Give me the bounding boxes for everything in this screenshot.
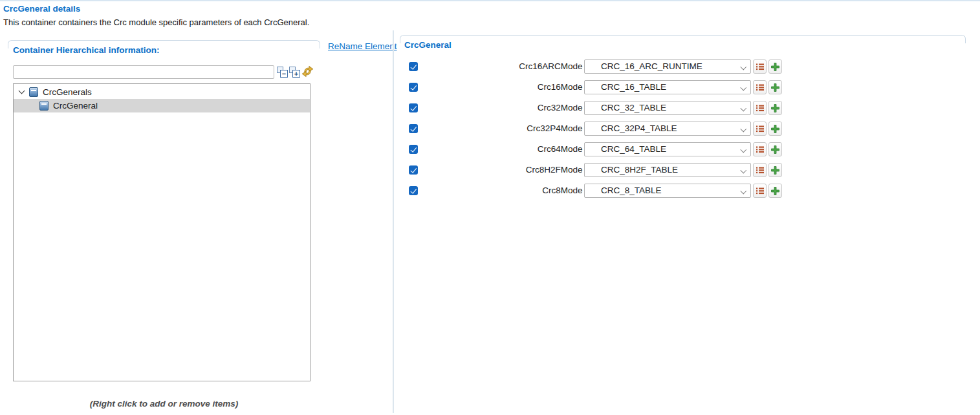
list-icon (756, 187, 764, 195)
parameter-dropdown[interactable]: CRC_32P4_TABLE (584, 122, 751, 136)
list-options-button[interactable] (753, 122, 767, 136)
collapse-all-icon[interactable]: − (277, 67, 288, 78)
hierarchy-tree: CrcGenerals CrcGeneral (13, 83, 310, 381)
add-button[interactable] (768, 142, 782, 156)
add-button[interactable] (768, 59, 782, 74)
parameter-dropdown[interactable]: CRC_16_TABLE (584, 80, 751, 94)
list-icon (756, 146, 764, 153)
plus-icon (771, 187, 779, 195)
right-click-hint: (Right click to add or remove items) (8, 399, 320, 409)
chevron-down-icon (741, 85, 746, 90)
parameter-checkbox[interactable] (409, 186, 418, 195)
parameter-rows: Crc16ARCMode : CRC_16_ARC_RUNTIME Crc16M… (400, 59, 969, 204)
list-options-button[interactable] (753, 184, 767, 198)
plus-icon (771, 145, 779, 154)
crcgeneral-section-title: CrcGeneral (404, 40, 452, 50)
chevron-down-icon (741, 127, 746, 131)
plus-icon (771, 104, 779, 112)
plus-icon (771, 63, 779, 71)
parameter-label: Crc16ARCMode : (426, 59, 587, 74)
parameter-dropdown[interactable]: CRC_32_TABLE (584, 101, 751, 115)
parameter-row: Crc8H2FMode : CRC_8H2F_TABLE (400, 163, 969, 177)
list-icon (756, 105, 764, 112)
parameter-checkbox[interactable] (409, 62, 418, 71)
parameter-row: Crc32P4Mode : CRC_32P4_TABLE (400, 122, 969, 136)
plus-icon (771, 83, 779, 92)
chevron-down-icon (741, 168, 746, 173)
list-icon (756, 84, 764, 91)
plus-icon (771, 125, 779, 133)
parameter-dropdown[interactable]: CRC_8H2F_TABLE (584, 163, 751, 177)
chevron-down-icon (741, 147, 746, 152)
tree-item-crcgeneral[interactable]: CrcGeneral (14, 99, 310, 112)
parameter-checkbox[interactable] (409, 145, 418, 154)
parameter-value: CRC_8_TABLE (601, 186, 662, 195)
chevron-down-icon[interactable] (19, 89, 25, 94)
list-icon (756, 125, 764, 133)
list-options-button[interactable] (753, 80, 767, 94)
parameter-row: Crc64Mode : CRC_64_TABLE (400, 142, 969, 156)
parameter-value: CRC_32_TABLE (601, 103, 666, 112)
parameter-checkbox[interactable] (409, 83, 418, 92)
parameter-value: CRC_16_TABLE (601, 82, 666, 92)
refresh-icon[interactable] (301, 65, 312, 76)
list-icon (756, 167, 764, 174)
panel-divider (393, 30, 394, 413)
tree-item-crcgenerals[interactable]: CrcGenerals (14, 85, 310, 99)
parameter-label: Crc64Mode : (426, 142, 587, 156)
add-button[interactable] (768, 163, 782, 177)
page-description: This container containers the Crc module… (3, 17, 309, 27)
chevron-down-icon (741, 65, 746, 69)
parameter-value: CRC_8H2F_TABLE (601, 165, 678, 175)
parameter-value: CRC_16_ARC_RUNTIME (601, 61, 702, 71)
parameter-checkbox[interactable] (409, 124, 418, 133)
tree-item-label: CrcGeneral (53, 101, 98, 111)
chevron-down-icon (741, 106, 746, 111)
tree-item-label: CrcGenerals (43, 87, 92, 97)
chevron-down-icon (741, 189, 746, 193)
container-icon (29, 87, 38, 97)
parameter-dropdown[interactable]: CRC_16_ARC_RUNTIME (584, 59, 751, 74)
parameter-row: Crc16ARCMode : CRC_16_ARC_RUNTIME (400, 59, 969, 74)
parameter-label: Crc8Mode : (426, 184, 587, 198)
hierarchy-section-title: Container Hierarchical information: (13, 45, 160, 55)
hierarchy-filter-input[interactable] (13, 65, 274, 79)
parameter-dropdown[interactable]: CRC_64_TABLE (584, 142, 751, 156)
expand-all-icon-glyph: + (292, 70, 300, 78)
list-options-button[interactable] (753, 163, 767, 177)
parameter-checkbox[interactable] (409, 103, 418, 112)
parameter-label: Crc16Mode : (426, 80, 587, 94)
plus-icon (771, 166, 779, 175)
parameter-label: Crc8H2FMode : (426, 163, 587, 177)
page-title: CrcGeneral details (3, 4, 80, 14)
list-options-button[interactable] (753, 142, 767, 156)
add-button[interactable] (768, 80, 782, 94)
container-icon (39, 101, 49, 111)
parameter-value: CRC_32P4_TABLE (601, 123, 677, 133)
list-options-button[interactable] (753, 101, 767, 115)
add-button[interactable] (768, 184, 782, 198)
crcgeneral-section-border (400, 35, 966, 43)
parameter-dropdown[interactable]: CRC_8_TABLE (584, 184, 751, 198)
parameter-row: Crc32Mode : CRC_32_TABLE (400, 101, 969, 115)
rename-element-link[interactable]: ReName Element (328, 41, 397, 51)
parameter-checkbox[interactable] (409, 165, 418, 175)
parameter-value: CRC_64_TABLE (601, 144, 666, 154)
parameter-row: Crc8Mode : CRC_8_TABLE (400, 184, 969, 198)
add-button[interactable] (768, 122, 782, 136)
collapse-all-icon-glyph: − (280, 70, 288, 78)
list-icon (756, 63, 764, 70)
list-options-button[interactable] (753, 59, 767, 74)
add-button[interactable] (768, 101, 782, 115)
expand-all-icon[interactable]: + (289, 67, 300, 78)
parameter-label: Crc32P4Mode : (426, 122, 587, 136)
parameter-row: Crc16Mode : CRC_16_TABLE (400, 80, 969, 94)
parameter-label: Crc32Mode : (426, 101, 587, 115)
